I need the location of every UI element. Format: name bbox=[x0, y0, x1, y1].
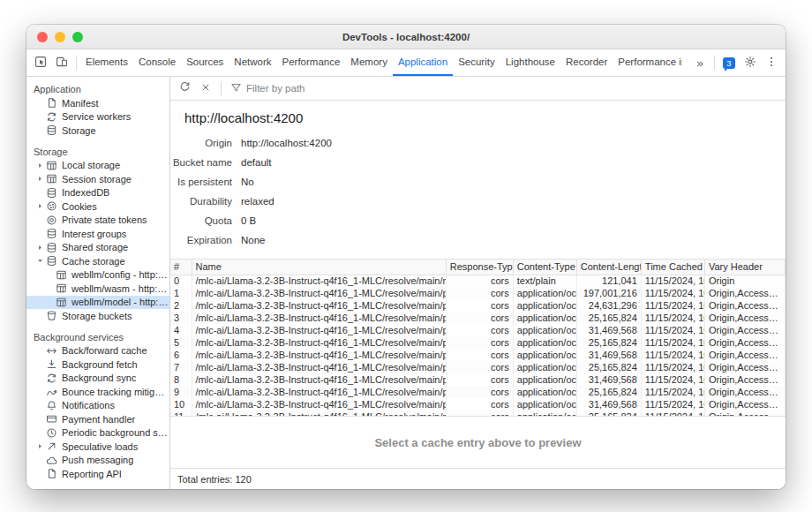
table-cell: 0 bbox=[170, 275, 192, 287]
sidebar-item-local-storage[interactable]: Local storage bbox=[26, 159, 169, 173]
tab-application[interactable]: Application bbox=[393, 49, 453, 76]
zoom-window-button[interactable] bbox=[72, 32, 83, 42]
more-tabs-icon[interactable]: » bbox=[689, 52, 710, 73]
sidebar-item-service-workers[interactable]: Service workers bbox=[26, 110, 169, 124]
close-window-button[interactable] bbox=[37, 32, 48, 42]
sidebar-item-webllm-model-http-loc[interactable]: webllm/model - http://loc… bbox=[26, 296, 169, 310]
table-cell: application/oc… bbox=[513, 373, 576, 386]
sidebar-item-notifications[interactable]: Notifications bbox=[26, 399, 169, 413]
tab-network[interactable]: Network bbox=[229, 49, 276, 76]
sidebar-item-manifest[interactable]: Manifest bbox=[26, 96, 169, 110]
sidebar-item-background-fetch[interactable]: Background fetch bbox=[26, 358, 169, 372]
sidebar-item-webllm-wasm-http-loca[interactable]: webllm/wasm - http://loca… bbox=[26, 282, 169, 296]
table-icon bbox=[45, 159, 57, 171]
tab-security[interactable]: Security bbox=[453, 49, 500, 76]
table-row[interactable]: 11/mlc-ai/Llama-3.2-3B-Instruct-q4f16_1-… bbox=[170, 410, 786, 417]
table-row[interactable]: 4/mlc-ai/Llama-3.2-3B-Instruct-q4f16_1-M… bbox=[170, 324, 786, 336]
chevron-down-icon[interactable] bbox=[35, 257, 45, 265]
table-row[interactable]: 7/mlc-ai/Llama-3.2-3B-Instruct-q4f16_1-M… bbox=[170, 361, 786, 373]
minimize-window-button[interactable] bbox=[55, 32, 65, 42]
document-icon bbox=[45, 97, 57, 109]
metadata-value: default bbox=[241, 157, 272, 168]
device-toolbar-icon[interactable] bbox=[51, 52, 72, 73]
refresh-icon[interactable] bbox=[175, 79, 194, 98]
service-worker-icon bbox=[45, 110, 57, 123]
table-cell: 3 bbox=[170, 312, 192, 324]
table-cell: Origin,Access… bbox=[704, 287, 785, 299]
application-sidebar: ApplicationManifestService workersStorag… bbox=[26, 77, 170, 489]
sidebar-item-interest-groups[interactable]: Interest groups bbox=[26, 227, 169, 241]
table-row[interactable]: 8/mlc-ai/Llama-3.2-3B-Instruct-q4f16_1-M… bbox=[170, 373, 786, 386]
table-row[interactable]: 10/mlc-ai/Llama-3.2-3B-Instruct-q4f16_1-… bbox=[170, 398, 786, 410]
table-header-row: #NameResponse-TypeContent-TypeContent-Le… bbox=[170, 260, 786, 275]
sidebar-item-private-state-tokens[interactable]: Private state tokens bbox=[26, 214, 169, 228]
table-row[interactable]: 5/mlc-ai/Llama-3.2-3B-Instruct-q4f16_1-M… bbox=[170, 336, 786, 349]
chevron-right-icon[interactable] bbox=[35, 442, 45, 450]
sidebar-item-bounce-tracking-mitigations[interactable]: Bounce tracking mitigations bbox=[26, 385, 169, 399]
tab-performance[interactable]: Performance bbox=[277, 49, 346, 76]
table-cell: 5 bbox=[170, 336, 192, 349]
table-cell: 11/15/2024, 10… bbox=[641, 312, 704, 324]
console-messages-badge[interactable]: 3 bbox=[718, 52, 740, 73]
sidebar-item-storage-buckets[interactable]: Storage buckets bbox=[26, 309, 169, 323]
sidebar-item-webllm-config-http-loc[interactable]: webllm/config - http://loc… bbox=[26, 268, 169, 282]
column-header-content-length[interactable]: Content-Length bbox=[576, 260, 641, 275]
back-forward-icon bbox=[45, 344, 57, 357]
table-row[interactable]: 3/mlc-ai/Llama-3.2-3B-Instruct-q4f16_1-M… bbox=[170, 312, 786, 324]
table-cell: 4 bbox=[170, 324, 192, 336]
tab-lighthouse[interactable]: Lighthouse bbox=[500, 49, 560, 76]
table-row[interactable]: 9/mlc-ai/Llama-3.2-3B-Instruct-q4f16_1-M… bbox=[170, 386, 786, 398]
tab-performance-insights[interactable]: Performance insights bbox=[613, 49, 682, 76]
tab-recorder[interactable]: Recorder bbox=[560, 49, 613, 76]
window-titlebar[interactable]: DevTools - localhost:4200/ bbox=[26, 25, 786, 49]
column-header-response-type[interactable]: Response-Type bbox=[446, 260, 513, 275]
table-cell: cors bbox=[446, 324, 513, 336]
report-icon bbox=[45, 468, 57, 480]
tab-label: Memory bbox=[350, 56, 387, 67]
chevron-right-icon[interactable] bbox=[35, 244, 45, 252]
sidebar-item-back-forward-cache[interactable]: Back/forward cache bbox=[26, 344, 169, 358]
column-header-time-cached[interactable]: Time Cached bbox=[641, 260, 704, 275]
sidebar-item-push-messaging[interactable]: Push messaging bbox=[26, 454, 169, 468]
sidebar-item-shared-storage[interactable]: Shared storage bbox=[26, 241, 169, 255]
table-cell: 31,469,568 bbox=[576, 398, 641, 410]
tab-console[interactable]: Console bbox=[133, 49, 181, 76]
more-options-icon[interactable] bbox=[761, 52, 782, 73]
settings-gear-icon[interactable] bbox=[740, 52, 761, 73]
column-header-vary-header[interactable]: Vary Header bbox=[704, 260, 785, 275]
table-row[interactable]: 2/mlc-ai/Llama-3.2-3B-Instruct-q4f16_1-M… bbox=[170, 299, 786, 312]
table-cell: cors bbox=[446, 275, 513, 287]
column-header-name[interactable]: Name bbox=[192, 260, 446, 275]
column-header-[interactable]: # bbox=[170, 260, 192, 275]
inspect-element-icon[interactable] bbox=[30, 52, 51, 73]
sidebar-item-background-sync[interactable]: Background sync bbox=[26, 372, 169, 386]
sidebar-item-periodic-background-sync[interactable]: Periodic background sync bbox=[26, 426, 169, 440]
tab-sources[interactable]: Sources bbox=[181, 49, 229, 76]
sidebar-item-cookies[interactable]: Cookies bbox=[26, 200, 169, 214]
table-cell: 8 bbox=[170, 373, 192, 386]
tab-memory[interactable]: Memory bbox=[345, 49, 393, 76]
sidebar-item-payment-handler[interactable]: Payment handler bbox=[26, 412, 169, 426]
sidebar-item-session-storage[interactable]: Session storage bbox=[26, 172, 169, 186]
table-row[interactable]: 6/mlc-ai/Llama-3.2-3B-Instruct-q4f16_1-M… bbox=[170, 349, 786, 361]
sidebar-item-cache-storage[interactable]: Cache storage bbox=[26, 254, 169, 268]
sidebar-item-storage[interactable]: Storage bbox=[26, 124, 169, 138]
sidebar-item-indexeddb[interactable]: IndexedDB bbox=[26, 186, 169, 200]
table-cell: 11/15/2024, 10… bbox=[641, 361, 704, 373]
sidebar-item-speculative-loads[interactable]: Speculative loads bbox=[26, 440, 169, 454]
filter-by-path-input[interactable]: Filter by path bbox=[230, 82, 304, 95]
section-title-background-services: Background services bbox=[26, 328, 169, 344]
table-row[interactable]: 1/mlc-ai/Llama-3.2-3B-Instruct-q4f16_1-M… bbox=[170, 287, 786, 299]
metadata-label: Expiration bbox=[170, 235, 232, 245]
column-header-content-type[interactable]: Content-Type bbox=[513, 260, 576, 275]
table-row[interactable]: 0/mlc-ai/Llama-3.2-3B-Instruct-q4f16_1-M… bbox=[170, 275, 786, 287]
tab-elements[interactable]: Elements bbox=[80, 49, 133, 76]
chevron-right-icon[interactable] bbox=[35, 162, 45, 169]
sidebar-item-reporting-api[interactable]: Reporting API bbox=[26, 467, 169, 481]
chevron-right-icon[interactable] bbox=[35, 175, 45, 183]
table-cell: cors bbox=[446, 312, 513, 324]
delete-selected-icon[interactable] bbox=[196, 79, 215, 98]
cache-entries-table-wrap[interactable]: #NameResponse-TypeContent-TypeContent-Le… bbox=[170, 259, 786, 417]
sidebar-item-label: Local storage bbox=[62, 160, 120, 170]
chevron-right-icon[interactable] bbox=[35, 202, 45, 210]
